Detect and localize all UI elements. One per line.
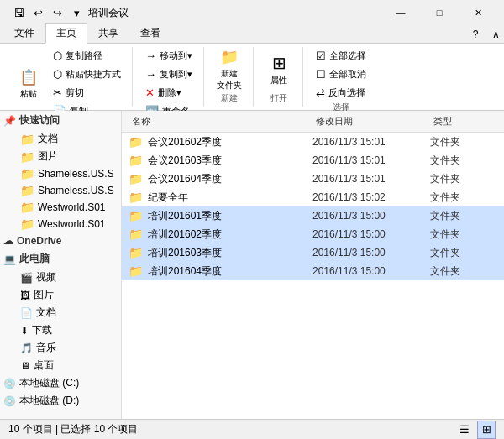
sidebar-desktop[interactable]: 🖥 桌面 [17, 357, 121, 374]
file-type-cell: 文件夹 [430, 209, 497, 223]
titlebar-left: 🖫 ↩ ↪ ▾ 培训会议 [7, 4, 129, 21]
cut-button[interactable]: ✂ 剪切 [49, 84, 125, 102]
ribbon-collapse-icon[interactable]: ∧ [487, 26, 504, 43]
new-group-label: 新建 [221, 92, 238, 104]
deselect-all-label: 全部取消 [329, 68, 366, 81]
sidebar-thispc[interactable]: 💻 此电脑 [0, 249, 121, 269]
folder-icon: 📁 [129, 246, 143, 259]
qat-dropdown[interactable]: ▾ [68, 4, 85, 21]
file-name-cell: 📁 培训201604季度 [129, 264, 312, 279]
sidebar-item-documents[interactable]: 📁 文档 [17, 130, 121, 148]
minimize-button[interactable]: — [381, 0, 420, 25]
properties-label: 属性 [270, 75, 287, 86]
sidebar-item-pictures[interactable]: 📁 图片 [17, 148, 121, 165]
copy-to-button[interactable]: → 复制到▾ [141, 65, 197, 83]
sidebar-drive-c[interactable]: 💿 本地磁盘 (C:) [0, 374, 121, 392]
sidebar-downloads[interactable]: ⬇ 下载 [17, 321, 121, 339]
table-row[interactable]: 📁 会议201603季度 2016/11/3 15:01 文件夹 [122, 151, 504, 170]
organize-col: → 移动到▾ → 复制到▾ ✕ 删除▾ 🔤 重命名 [141, 47, 197, 120]
paste-shortcut-button[interactable]: ⬡ 粘贴快捷方式 [49, 65, 125, 83]
sidebar-videos[interactable]: 🎬 视频 [17, 269, 121, 286]
maximize-button[interactable]: □ [420, 0, 459, 25]
new-folder-icon: 📁 [220, 48, 239, 66]
main-area: 📌 快速访问 📁 文档 📁 图片 📁 Shameless.US.S 📁 Sham… [0, 111, 504, 419]
file-date-cell: 2016/11/3 15:01 [312, 154, 430, 166]
ribbon-tab-bar: 文件 主页 共享 查看 ? ∧ [0, 25, 504, 44]
move-to-button[interactable]: → 移动到▾ [141, 47, 197, 65]
select-all-icon: ☑ [316, 50, 326, 62]
table-row[interactable]: 📁 培训201604季度 2016/11/3 15:00 文件夹 [122, 262, 504, 280]
cut-label: 剪切 [66, 86, 84, 99]
window-controls: — □ ✕ [381, 0, 497, 25]
sidebar-quickaccess[interactable]: 📌 快速访问 [0, 111, 121, 130]
sidebar-pictures2[interactable]: 🖼 图片 [17, 286, 121, 304]
file-name-cell: 📁 纪要全年 [129, 191, 312, 205]
close-button[interactable]: ✕ [459, 0, 497, 25]
select-all-button[interactable]: ☑ 全部选择 [312, 47, 370, 65]
sidebar-item-westworld2[interactable]: 📁 Westworld.S01 [17, 216, 121, 233]
sidebar: 📌 快速访问 📁 文档 📁 图片 📁 Shameless.US.S 📁 Sham… [0, 111, 122, 419]
help-icon[interactable]: ? [467, 26, 484, 43]
deselect-all-button[interactable]: ☐ 全部取消 [312, 65, 370, 83]
table-row[interactable]: 📁 会议201602季度 2016/11/3 15:01 文件夹 [122, 133, 504, 151]
new-folder-button[interactable]: 📁 新建文件夹 [213, 47, 246, 92]
file-date-cell: 2016/11/3 15:00 [312, 228, 430, 240]
sidebar-item-shameless2[interactable]: 📁 Shameless.US.S [17, 182, 121, 199]
music-label: 音乐 [36, 341, 56, 355]
drive-c-label: 本地磁盘 (C:) [19, 376, 79, 390]
music-icon: 🎵 [20, 342, 33, 354]
sidebar-item-westworld1[interactable]: 📁 Westworld.S01 [17, 199, 121, 216]
delete-button[interactable]: ✕ 删除▾ [141, 84, 197, 102]
sidebar-music[interactable]: 🎵 音乐 [17, 339, 121, 357]
file-name-label: 纪要全年 [148, 191, 188, 205]
select-all-label: 全部选择 [329, 50, 366, 62]
qat-redo[interactable]: ↪ [49, 4, 66, 21]
file-name-cell: 📁 培训201601季度 [129, 209, 312, 223]
clipboard-col: ⬡ 复制路径 ⬡ 粘贴快捷方式 ✂ 剪切 📄 复制 [49, 47, 125, 120]
table-row[interactable]: 📁 培训201601季度 2016/11/3 15:00 文件夹 [122, 206, 504, 225]
copy-path-button[interactable]: ⬡ 复制路径 [49, 47, 125, 65]
paste-button[interactable]: 📋 粘贴 [12, 61, 45, 107]
col-type-header[interactable]: 类型 [430, 113, 497, 129]
properties-button[interactable]: ⊞ 属性 [262, 47, 296, 92]
downloads-label: 下载 [32, 323, 52, 337]
tab-home[interactable]: 主页 [45, 23, 87, 44]
table-row[interactable]: 📁 培训201603季度 2016/11/3 15:00 文件夹 [122, 243, 504, 262]
tab-view[interactable]: 查看 [129, 23, 171, 43]
table-row[interactable]: 📁 纪要全年 2016/11/3 15:02 文件夹 [122, 188, 504, 206]
qat-undo[interactable]: ↩ [29, 4, 46, 21]
sidebar-documents2[interactable]: 📄 文档 [17, 304, 121, 321]
sidebar-item-shameless1[interactable]: 📁 Shameless.US.S [17, 165, 121, 182]
details-view-button[interactable]: ⊞ [477, 421, 496, 439]
folder-icon: 📁 [129, 154, 143, 167]
file-type-cell: 文件夹 [430, 154, 497, 168]
clipboard-content: 📋 粘贴 ⬡ 复制路径 ⬡ 粘贴快捷方式 ✂ 剪切 📄 复制 [12, 47, 125, 120]
new-content: 📁 新建文件夹 [213, 47, 246, 92]
sidebar-drive-d[interactable]: 💿 本地磁盘 (D:) [0, 392, 121, 410]
file-name-cell: 📁 会议201602季度 [129, 135, 312, 149]
video-icon: 🎬 [20, 272, 33, 284]
qat-save[interactable]: 🖫 [10, 4, 27, 21]
ribbon-group-clipboard: 📋 粘贴 ⬡ 复制路径 ⬡ 粘贴快捷方式 ✂ 剪切 📄 复制 [5, 47, 133, 107]
deselect-all-icon: ☐ [316, 68, 326, 81]
sidebar-onedrive[interactable]: ☁ OneDrive [0, 233, 121, 249]
tab-file[interactable]: 文件 [3, 23, 45, 43]
table-row[interactable]: 📁 会议201604季度 2016/11/3 15:01 文件夹 [122, 170, 504, 188]
col-name-header[interactable]: 名称 [129, 113, 312, 129]
col-date-header[interactable]: 修改日期 [312, 113, 430, 129]
folder-icon: 📁 [129, 191, 143, 204]
select-col: ☑ 全部选择 ☐ 全部取消 ⇄ 反向选择 [312, 47, 370, 102]
invert-select-label: 反向选择 [328, 86, 365, 99]
file-date-cell: 2016/11/3 15:00 [312, 265, 430, 277]
folder-icon: 📁 [129, 209, 143, 222]
table-row[interactable]: 📁 培训201602季度 2016/11/3 15:00 文件夹 [122, 225, 504, 243]
copy-path-label: 复制路径 [66, 50, 102, 62]
tab-share[interactable]: 共享 [87, 23, 129, 43]
sidebar-westworld2-label: Westworld.S01 [38, 218, 105, 230]
invert-select-button[interactable]: ⇄ 反向选择 [312, 84, 370, 102]
filelist-header: 名称 修改日期 类型 [122, 111, 504, 133]
copy-to-icon: → [145, 68, 156, 81]
list-view-button[interactable]: ☰ [455, 421, 474, 439]
file-list: 名称 修改日期 类型 📁 会议201602季度 2016/11/3 15:01 … [122, 111, 504, 419]
organize-content: → 移动到▾ → 复制到▾ ✕ 删除▾ 🔤 重命名 [141, 47, 197, 120]
